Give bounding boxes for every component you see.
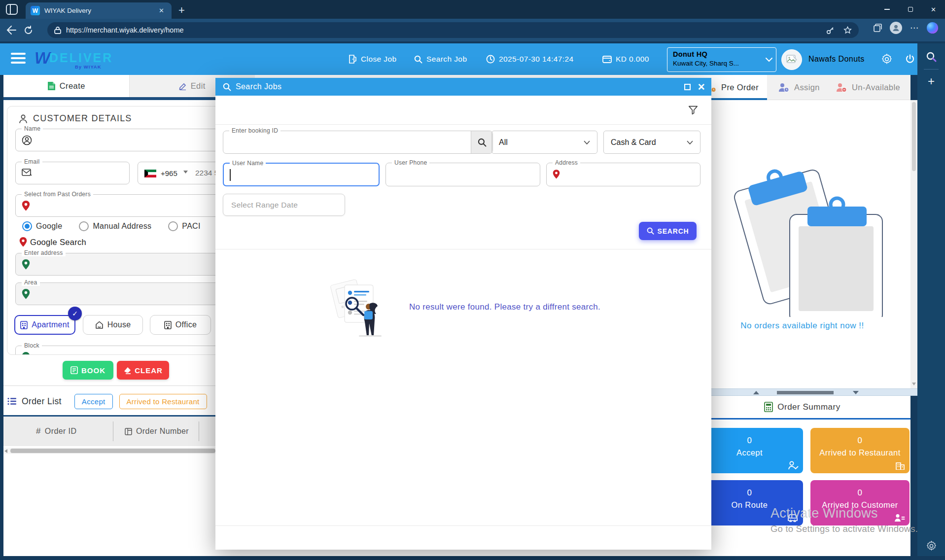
type-office-button[interactable]: Office xyxy=(150,315,211,335)
power-icon xyxy=(905,54,915,64)
summary-card-arrived-restaurant[interactable]: 0 Arrived to Restaurant xyxy=(810,428,910,473)
new-tab-button[interactable]: + xyxy=(178,4,185,17)
header-balance: KD 0.000 xyxy=(602,43,649,75)
windows-activate-watermark: Activate Windows xyxy=(770,506,878,521)
scroll-left-arrow-icon[interactable] xyxy=(4,449,7,453)
sidebar-settings-icon[interactable] xyxy=(917,541,945,551)
splitter-drag-handle[interactable] xyxy=(777,391,834,394)
user-phone-field[interactable]: User Phone xyxy=(385,163,540,186)
col-order-id[interactable]: # Order ID xyxy=(36,417,76,446)
window-maximize-button[interactable] xyxy=(899,0,922,19)
modal-maximize-icon[interactable] xyxy=(684,84,691,90)
window-minimize-button[interactable] xyxy=(875,0,899,19)
modal-divider xyxy=(215,124,711,125)
sidebar-search-icon[interactable] xyxy=(926,51,937,62)
filter-funnel-icon[interactable] xyxy=(688,105,699,115)
settings-gear-button[interactable] xyxy=(881,43,892,75)
past-orders-field[interactable]: Select from Past Orders xyxy=(15,194,244,217)
vertical-scrollbar[interactable] xyxy=(910,100,917,388)
radio-paci[interactable]: PACI xyxy=(168,221,200,231)
order-filter-accept-button[interactable]: Accept xyxy=(74,394,113,409)
panel-splitter[interactable] xyxy=(694,388,917,396)
modal-close-icon[interactable]: ✕ xyxy=(698,81,705,93)
col-order-number[interactable]: Order Number xyxy=(125,417,189,446)
tab-create[interactable]: Create xyxy=(3,75,129,97)
close-job-button[interactable]: Close Job xyxy=(348,43,397,75)
payment-type-select[interactable]: Cash & Card xyxy=(603,131,700,154)
enter-address-field[interactable]: Enter address xyxy=(15,253,244,276)
radio-google-control[interactable] xyxy=(22,221,32,231)
radio-manual-control[interactable] xyxy=(79,221,89,231)
workspaces-icon[interactable] xyxy=(6,4,18,15)
booking-search-button[interactable] xyxy=(471,131,492,153)
tab-assign[interactable]: Assign xyxy=(778,75,820,100)
sidebar-add-icon[interactable]: + xyxy=(928,74,935,88)
address-search-field[interactable]: Address xyxy=(546,163,700,186)
block-field[interactable]: Block xyxy=(15,346,244,355)
area-input[interactable] xyxy=(37,285,240,303)
splitter-down-arrow-icon[interactable] xyxy=(853,391,859,394)
browser-tab[interactable]: W WIYAK Delivery ✕ xyxy=(26,2,172,19)
book-button-label: BOOK xyxy=(81,366,105,375)
copilot-icon[interactable] xyxy=(927,22,938,34)
vertical-scroll-thumb[interactable] xyxy=(912,102,916,171)
order-filter-arrived-button[interactable]: Arrived to Restaurant xyxy=(119,394,207,409)
area-field[interactable]: Area xyxy=(15,282,244,305)
password-key-icon[interactable] xyxy=(826,26,835,35)
tab-unavailable[interactable]: Un-Available xyxy=(836,75,900,100)
email-input[interactable] xyxy=(37,164,125,182)
search-job-button[interactable]: Search Job xyxy=(414,43,467,75)
no-results-block: No result were found. Please try a diffr… xyxy=(215,275,711,339)
enter-address-input[interactable] xyxy=(37,255,240,273)
hamburger-menu-icon[interactable] xyxy=(11,53,26,64)
pre-order-panel: No orders available right now !! xyxy=(694,100,910,388)
scroll-down-arrow-icon[interactable] xyxy=(912,383,916,385)
browser-profile-avatar[interactable] xyxy=(890,22,902,34)
book-button[interactable]: BOOK xyxy=(63,361,113,380)
clear-button[interactable]: CLEAR xyxy=(117,361,169,380)
splitter-up-arrow-icon[interactable] xyxy=(753,391,759,394)
refresh-button[interactable] xyxy=(20,26,36,35)
tab-close-icon[interactable]: ✕ xyxy=(156,6,167,15)
job-type-select[interactable]: All xyxy=(491,131,597,154)
type-house-button[interactable]: House xyxy=(83,315,143,335)
booking-id-field[interactable]: Enter booking ID xyxy=(223,131,493,154)
collections-icon[interactable] xyxy=(874,24,882,32)
tab-pre-order[interactable]: Pre Order xyxy=(705,75,759,100)
logout-power-button[interactable] xyxy=(905,43,915,75)
radio-manual-address[interactable]: Manual Address xyxy=(79,221,151,231)
wallet-icon xyxy=(602,55,612,64)
modal-titlebar[interactable]: Search Jobs ✕ xyxy=(215,78,711,96)
back-button[interactable] xyxy=(3,26,20,35)
branch-selector[interactable]: Donut HQ Kuwait City, Sharq S... xyxy=(667,47,776,72)
browser-menu-icon[interactable]: ⋯ xyxy=(910,23,919,33)
customer-details-card: CUSTOMER DETAILS Name Email +965 Select … xyxy=(7,106,251,355)
booking-id-input[interactable] xyxy=(230,133,462,151)
radio-google[interactable]: Google xyxy=(22,221,62,231)
modal-search-button[interactable]: SEARCH xyxy=(639,222,697,240)
address-bar[interactable]: https://merchant.wiyak.delivery/home xyxy=(47,22,859,38)
window-close-button[interactable]: ✕ xyxy=(922,0,945,19)
eraser-icon xyxy=(123,367,131,374)
name-field[interactable]: Name xyxy=(15,129,244,151)
phone-code-caret-icon xyxy=(183,171,188,174)
user-phone-input[interactable] xyxy=(393,165,521,184)
name-input[interactable] xyxy=(37,131,240,149)
horizontal-scroll-thumb[interactable] xyxy=(10,449,215,453)
type-apartment-button[interactable]: Apartment xyxy=(14,315,75,335)
past-orders-input[interactable] xyxy=(37,197,240,214)
user-name-field[interactable]: User Name xyxy=(223,163,380,186)
tab-title: WIYAK Delivery xyxy=(44,7,156,14)
person-lines-icon xyxy=(894,514,905,522)
user-name-input[interactable] xyxy=(234,166,363,183)
address-search-input[interactable] xyxy=(568,165,696,184)
summary-card-accept[interactable]: 0 Accept xyxy=(696,428,803,473)
email-field[interactable]: Email xyxy=(15,162,130,184)
date-range-input[interactable] xyxy=(223,194,345,215)
favorites-star-icon[interactable] xyxy=(843,26,852,35)
date-range-field[interactable] xyxy=(223,194,345,216)
type-office-label: Office xyxy=(175,320,197,329)
radio-paci-control[interactable] xyxy=(168,221,178,231)
phone-country-code[interactable]: +965 xyxy=(161,169,177,177)
merchant-avatar[interactable] xyxy=(781,49,802,70)
